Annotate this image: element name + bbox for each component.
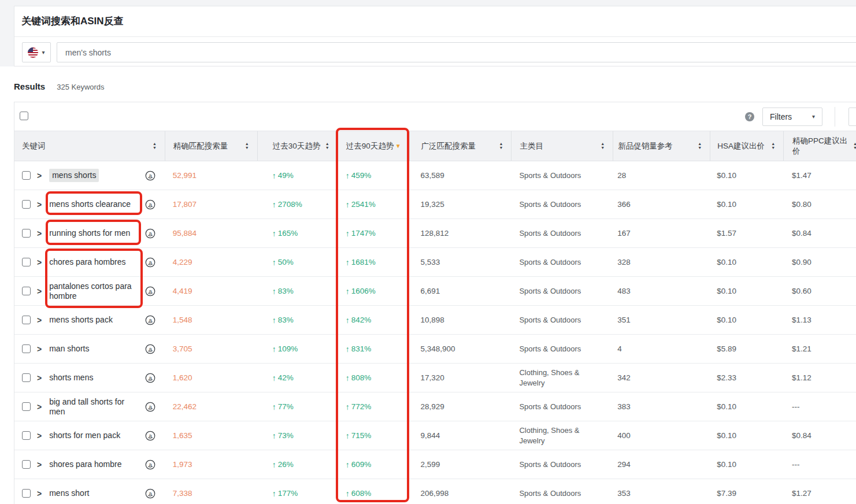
keyword-cell: > mens short a: [14, 479, 165, 504]
row-checkbox[interactable]: [22, 200, 31, 209]
ppc-bid-cell: $0.84: [783, 421, 856, 450]
expand-chevron-icon[interactable]: >: [37, 373, 42, 383]
exact-volume-cell: 1,635: [165, 421, 257, 450]
expand-chevron-icon[interactable]: >: [37, 402, 42, 412]
column-header[interactable]: 过去90天趋势 ▲ ▼: [338, 131, 409, 161]
sort-icon[interactable]: ▲ ▼: [499, 142, 503, 150]
up-arrow-icon: ↑: [346, 431, 350, 440]
amazon-icon[interactable]: a: [145, 315, 155, 325]
keyword-cell: > shorts mens a: [14, 364, 165, 392]
keyword-text[interactable]: mens shorts: [49, 169, 99, 182]
export-button[interactable]: 全: [848, 108, 856, 126]
column-header[interactable]: 精确PPC建议出价 ▲ ▼: [783, 131, 856, 161]
keyword-text[interactable]: mens short: [49, 488, 89, 498]
row-checkbox[interactable]: [22, 229, 31, 238]
sort-icon[interactable]: ▲ ▼: [153, 142, 157, 150]
up-arrow-icon: ↑: [272, 373, 276, 383]
up-arrow-icon: ↑: [346, 171, 350, 180]
column-header[interactable]: 过去30天趋势 ▲ ▼: [257, 131, 338, 161]
sort-icon[interactable]: ▲ ▼: [853, 142, 856, 150]
amazon-icon[interactable]: a: [145, 431, 155, 441]
row-checkbox[interactable]: [22, 489, 31, 498]
column-header[interactable]: 关键词 ▲ ▼: [14, 131, 165, 161]
promo-cell: 400: [613, 421, 710, 450]
amazon-icon[interactable]: a: [145, 373, 155, 383]
category-cell: Sports & Outdoors: [511, 161, 613, 190]
expand-chevron-icon[interactable]: >: [37, 229, 42, 238]
divider: [835, 107, 835, 127]
sort-icon[interactable]: ▲ ▼: [245, 142, 249, 150]
keyword-search-input[interactable]: [57, 42, 856, 62]
amazon-icon[interactable]: a: [145, 344, 155, 354]
table-row: > mens short a 7,338 ↑177% ↑608% 206,998…: [14, 479, 856, 504]
row-checkbox[interactable]: [22, 431, 31, 440]
column-header[interactable]: 广泛匹配搜索量 ▲ ▼: [409, 131, 512, 161]
row-checkbox[interactable]: [22, 316, 31, 324]
exact-volume-cell: 1,548: [165, 306, 257, 334]
row-checkbox[interactable]: [22, 373, 31, 382]
keyword-text[interactable]: shores para hombre: [49, 459, 121, 469]
amazon-icon[interactable]: a: [145, 228, 155, 239]
column-label: 新品促销量参考: [618, 141, 673, 151]
promo-cell: 366: [613, 190, 710, 218]
column-header[interactable]: 精确匹配搜索量 ▲ ▼: [165, 131, 257, 161]
filters-button[interactable]: Filters ▾: [762, 108, 822, 126]
up-arrow-icon: ↑: [272, 402, 276, 412]
row-checkbox[interactable]: [22, 287, 31, 295]
svg-text:a: a: [149, 374, 152, 380]
sort-icon[interactable]: ▲ ▼: [395, 143, 401, 149]
sort-down-arrow-icon: ▼: [325, 146, 329, 150]
sort-icon[interactable]: ▲ ▼: [601, 142, 605, 150]
amazon-icon[interactable]: a: [145, 257, 155, 268]
keyword-text[interactable]: shorts mens: [49, 373, 93, 383]
sort-icon[interactable]: ▲ ▼: [698, 142, 702, 150]
keyword-text[interactable]: big and tall shorts for men: [49, 397, 142, 417]
expand-chevron-icon[interactable]: >: [37, 344, 42, 354]
up-arrow-icon: ↑: [346, 200, 350, 209]
row-checkbox[interactable]: [22, 460, 31, 469]
keyword-text[interactable]: pantalones cortos para hombre: [49, 281, 142, 301]
expand-chevron-icon[interactable]: >: [37, 431, 42, 440]
row-checkbox[interactable]: [22, 171, 31, 180]
column-header[interactable]: 主类目 ▲ ▼: [511, 131, 613, 161]
amazon-icon[interactable]: a: [145, 459, 155, 470]
keyword-text[interactable]: shorts for men pack: [49, 431, 120, 440]
amazon-icon[interactable]: a: [145, 171, 155, 181]
amazon-icon[interactable]: a: [145, 199, 155, 210]
column-header[interactable]: HSA建议出价 ▲ ▼: [710, 131, 783, 161]
trend90-cell: ↑1681%: [338, 248, 409, 276]
keyword-text[interactable]: mens shorts pack: [49, 315, 113, 325]
column-header[interactable]: 新品促销量参考 ▲ ▼: [613, 131, 710, 161]
amazon-icon[interactable]: a: [145, 488, 155, 499]
keyword-text[interactable]: chores para hombres: [49, 257, 125, 267]
trend30-cell: ↑83%: [257, 277, 338, 305]
keyword-text[interactable]: running shorts for men: [49, 228, 130, 238]
expand-chevron-icon[interactable]: >: [37, 171, 42, 180]
sort-icon[interactable]: ▲ ▼: [771, 142, 775, 150]
category-cell: Sports & Outdoors: [511, 190, 613, 218]
amazon-icon[interactable]: a: [145, 286, 155, 297]
expand-chevron-icon[interactable]: >: [37, 316, 42, 325]
marketplace-selector[interactable]: ▾: [22, 42, 51, 62]
select-all-checkbox[interactable]: [20, 112, 28, 120]
row-checkbox[interactable]: [22, 258, 31, 266]
category-cell: Sports & Outdoors: [511, 277, 613, 305]
keyword-text[interactable]: mens shorts clearance: [49, 199, 131, 209]
amazon-icon[interactable]: a: [145, 402, 155, 412]
help-icon[interactable]: ?: [745, 112, 754, 121]
sort-icon[interactable]: ▲ ▼: [325, 142, 329, 150]
expand-chevron-icon[interactable]: >: [37, 489, 42, 498]
up-arrow-icon: ↑: [346, 460, 350, 469]
expand-chevron-icon[interactable]: >: [37, 200, 42, 209]
row-checkbox[interactable]: [22, 344, 31, 353]
promo-cell: 353: [613, 479, 710, 504]
broad-volume-cell: 19,325: [409, 190, 512, 218]
keyword-text[interactable]: man shorts: [49, 344, 89, 354]
expand-chevron-icon[interactable]: >: [37, 287, 42, 296]
row-checkbox[interactable]: [22, 402, 31, 411]
expand-chevron-icon[interactable]: >: [37, 460, 42, 469]
sort-down-arrow-icon: ▼: [499, 146, 503, 150]
expand-chevron-icon[interactable]: >: [37, 258, 42, 267]
table-row: > pantalones cortos para hombre a 4,419 …: [14, 277, 856, 306]
up-arrow-icon: ↑: [346, 316, 350, 325]
